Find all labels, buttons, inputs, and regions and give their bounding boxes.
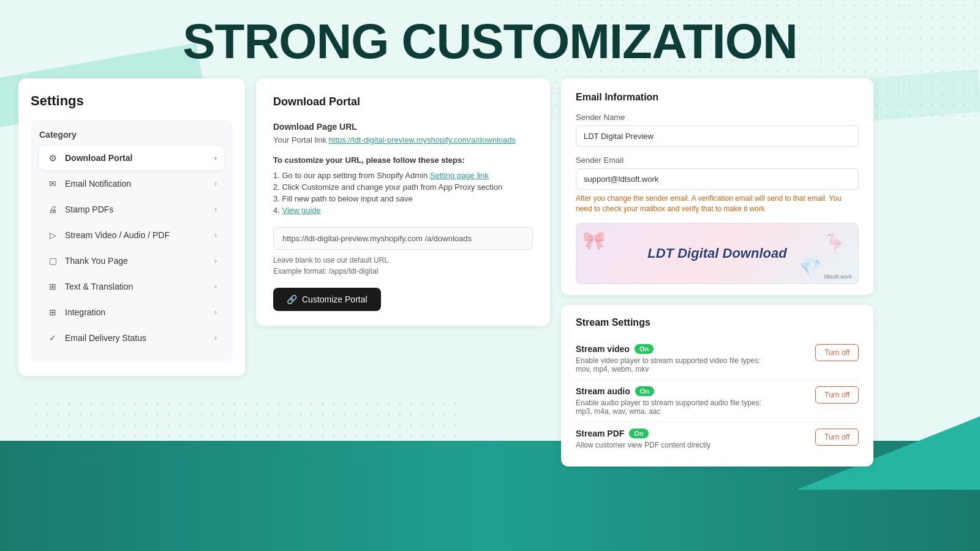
sidebar-item-label-email-delivery: Email Delivery Status [65,333,146,343]
stream-items-list: Stream videoOnEnable video player to str… [576,338,859,455]
step-item: 2. Click Customize and change your path … [273,181,533,193]
nav-icon-thank-you-page: ▢ [47,255,59,267]
url-hint-2: Example format: /apps/ldt-digital [273,267,533,276]
chevron-icon: › [214,308,217,317]
banner-sub: ldtsoft.work [824,274,852,280]
stream-desc-stream-audio: Enable audio player to stream supported … [576,399,772,416]
portal-panel-title: Download Portal [273,96,533,108]
sidebar-item-label-thank-you-page: Thank You Page [65,256,128,266]
sidebar-item-text-translation[interactable]: ⊞Text & Translation› [39,274,224,299]
url-hint-1: Leave blank to use our default URL [273,256,533,264]
page-header: STRONG CUSTOMIZATION [0,0,980,72]
url-section-label: Download Page URL [273,122,533,132]
sidebar-item-label-email-notification: Email Notification [65,179,131,189]
stream-item-stream-pdf: Stream PDFOnAllow customer view PDF cont… [576,422,859,455]
stream-item-stream-audio: Stream audioOnEnable audio player to str… [576,380,859,422]
turn-off-btn-stream-audio[interactable]: Turn off [815,386,859,403]
sender-email-group: Sender Email After you change the sender… [576,156,859,214]
nav-icon-integration: ⊞ [47,306,59,318]
sidebar-item-integration[interactable]: ⊞Integration› [39,300,224,324]
portal-link-prefix: Your Portal link [273,135,329,144]
step-item: 4. View guide [273,204,533,216]
nav-icon-email-delivery: ✓ [47,332,59,344]
sidebar-item-stream-video[interactable]: ▷Stream Video / Audio / PDF› [39,223,224,247]
nav-icon-stream-video: ▷ [47,229,59,241]
sender-name-label: Sender Name [576,113,859,122]
chevron-icon: › [214,179,217,188]
sidebar-item-download-portal[interactable]: ⊙Download Portal› [39,146,224,170]
right-panel: Email Information Sender Name Sender Ema… [561,78,873,467]
banner-decor-3: 🦩 [823,233,846,254]
email-info-title: Email Information [576,92,859,103]
settings-title: Settings [31,93,233,109]
step-link[interactable]: Setting page link [430,171,489,180]
email-banner: 🎀 💎 🦩 LDT Digital Download ldtsoft.work [576,223,859,284]
nav-icon-email-notification: ✉ [47,178,59,190]
sidebar-item-label-text-translation: Text & Translation [65,282,133,291]
stream-name-stream-pdf: Stream PDF [576,429,624,438]
sender-email-input[interactable] [576,168,859,190]
stream-status-stream-pdf: On [629,429,648,438]
category-label: Category [39,130,224,140]
customize-btn-label: Customize Portal [302,294,368,304]
banner-text: LDT Digital Download [647,246,786,261]
turn-off-btn-stream-video[interactable]: Turn off [815,344,859,361]
chevron-icon: › [214,257,217,265]
url-input-display[interactable]: https://ldt-digital-preview.myshopify.co… [273,227,533,250]
chevron-icon: › [214,231,217,239]
customize-portal-button[interactable]: 🔗 Customize Portal [273,288,381,311]
stream-desc-stream-pdf: Allow customer view PDF content directly [576,441,710,449]
stream-name-stream-video: Stream video [576,344,630,354]
banner-decor-1: 🎀 [582,230,605,251]
settings-panel: Settings Category ⊙Download Portal›✉Emai… [18,78,245,376]
sender-name-input[interactable] [576,126,859,147]
stream-status-stream-video: On [635,344,654,354]
nav-icon-text-translation: ⊞ [47,280,59,293]
chevron-icon: › [214,282,217,291]
nav-icon-stamp-pdfs: 🖨 [47,203,59,216]
banner-decor-2: 💎 [799,256,821,277]
stream-status-stream-audio: On [635,386,654,396]
email-hint: After you change the sender email. A ver… [576,193,859,214]
main-content: Settings Category ⊙Download Portal›✉Emai… [0,72,980,467]
chevron-icon: › [214,154,217,162]
sender-name-group: Sender Name [576,113,859,147]
sidebar-item-label-stamp-pdfs: Stamp PDFs [65,204,113,214]
download-portal-panel: Download Portal Download Page URL Your P… [256,78,550,326]
steps-title: To customize your URL, please follow the… [273,156,533,165]
sidebar-item-thank-you-page[interactable]: ▢Thank You Page› [39,249,224,273]
step-link[interactable]: View guide [282,206,320,215]
stream-settings-title: Stream Settings [576,317,859,328]
stream-settings-card: Stream Settings Stream videoOnEnable vid… [561,305,873,467]
step-item: 1. Go to our app setting from Shopify Ad… [273,170,533,181]
customize-icon: 🔗 [287,294,297,304]
steps-list: 1. Go to our app setting from Shopify Ad… [273,170,533,216]
chevron-icon: › [214,205,217,214]
stream-item-stream-video: Stream videoOnEnable video player to str… [576,338,859,380]
nav-list: ⊙Download Portal›✉Email Notification›🖨St… [39,146,224,350]
category-section: Category ⊙Download Portal›✉Email Notific… [31,120,233,361]
sidebar-item-email-delivery[interactable]: ✓Email Delivery Status› [39,326,224,350]
sidebar-item-email-notification[interactable]: ✉Email Notification› [39,171,224,196]
page-title: STRONG CUSTOMIZATION [0,17,980,66]
sender-email-label: Sender Email [576,156,859,165]
nav-icon-download-portal: ⊙ [47,152,59,164]
step-item: 3. Fill new path to below input and save [273,193,533,204]
email-info-card: Email Information Sender Name Sender Ema… [561,78,873,295]
sidebar-item-stamp-pdfs[interactable]: 🖨Stamp PDFs› [39,197,224,222]
turn-off-btn-stream-pdf[interactable]: Turn off [815,429,859,446]
sidebar-item-label-integration: Integration [65,307,105,317]
portal-link-text: Your Portal link https://ldt-digital-pre… [273,135,533,144]
stream-desc-stream-video: Enable video player to stream supported … [576,356,772,373]
sidebar-item-label-stream-video: Stream Video / Audio / PDF [65,230,170,240]
sidebar-item-label-download-portal: Download Portal [65,153,132,163]
chevron-icon: › [214,334,217,342]
stream-name-stream-audio: Stream audio [576,386,630,396]
portal-url-link[interactable]: https://ldt-digital-preview.myshopify.co… [329,135,516,144]
